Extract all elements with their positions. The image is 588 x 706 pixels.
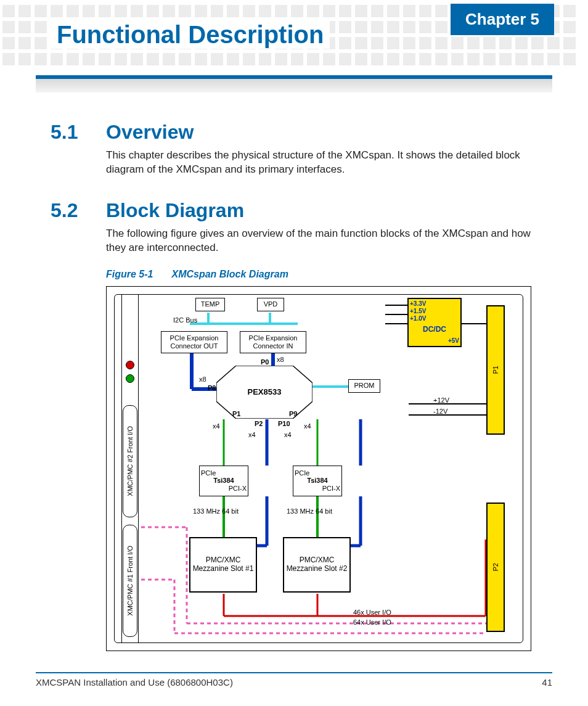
chapter-tab: Chapter 5 [451,4,554,35]
port-p0: P0 [261,358,269,366]
bus-1: 133 MHz 64 bit [193,507,239,515]
bus-2: 133 MHz 64 bit [287,507,332,515]
port-p2: P2 [255,420,263,427]
header-rule [36,75,552,79]
dcdc-name: DC/DC [423,326,446,334]
port-p1: P1 [232,410,240,417]
i2c-label: I2C Bus [173,316,197,324]
pex-switch-label: PEX8533 [216,366,312,419]
bridge-2-pcix: PCI-X [322,485,340,493]
bridge-1-pcie: PCIe [201,469,216,477]
bridge-1: PCIe Tsi384 PCI-X [199,466,248,496]
block-diagram: XMC/PMC #2 Front I/O XMC/PMC #1 Front I/… [106,286,531,651]
bridge-2-name: Tsi384 [307,477,327,485]
vpd-block: VPD [257,298,284,311]
lane-x8b: x8 [199,376,206,383]
rail-n12v: -12V [433,408,447,415]
user-io-46x: 46x User I/O [353,609,391,616]
section-body-block: The following figure gives an overview o… [106,227,545,255]
lane-x4c: x4 [304,422,311,430]
pcie-out: PCIe Expansion Connector OUT [161,331,227,353]
footer-doc: XMCSPAN Installation and Use (6806800H03… [36,677,233,688]
slot-1: PMC/XMC Mezzanine Slot #1 [189,537,257,593]
figure-label: Figure 5-1 [106,269,153,280]
pcie-in: PCIe Expansion Connector IN [240,331,306,353]
temp-block: TEMP [195,298,225,311]
conn-p1: P1 [486,305,505,435]
bridge-2-pcie: PCIe [295,469,309,477]
bridge-2: PCIe Tsi384 PCI-X [293,466,342,496]
dcdc-block: +3.3V +1.5V +1.0V DC/DC +5V [407,298,462,347]
footer-page: 41 [542,677,552,688]
port-p9: P9 [289,410,297,417]
section-num-5-1: 5.1 [51,121,81,144]
chapter-title: Functional Description [51,21,330,49]
section-body-overview: This chapter describes the physical stru… [106,149,545,177]
port-p8: P8 [208,384,216,392]
bridge-1-name: Tsi384 [213,477,234,485]
rail-p12v: +12V [433,396,449,404]
conn-p2: P2 [486,503,505,632]
slot-2: PMC/XMC Mezzanine Slot #2 [283,537,351,593]
conn-p2-label: P2 [492,563,500,571]
header-band [36,79,552,92]
conn-p1-label: P1 [492,366,500,374]
bridge-1-pcix: PCI-X [229,485,247,493]
lane-x8a: x8 [277,356,284,363]
user-io-64x: 64x User I/O [353,618,391,626]
prom-block: PROM [348,379,380,393]
lane-x4b: x4 [248,431,256,438]
section-num-5-2: 5.2 [51,199,81,222]
dcdc-out-33v: +3.3V [410,300,426,308]
pex-switch: PEX8533 [216,366,312,419]
lane-x4a: x4 [213,422,220,430]
dcdc-in-5v: +5V [448,337,459,345]
dcdc-out-10v: +1.0V [410,315,426,322]
lane-x4d: x4 [284,431,292,438]
figure-caption: XMCspan Block Diagram [171,269,288,280]
section-title-overview: Overview [106,121,194,144]
dcdc-out-15v: +1.5V [410,308,426,315]
port-p10: P10 [278,420,290,427]
section-title-block: Block Diagram [106,199,244,222]
